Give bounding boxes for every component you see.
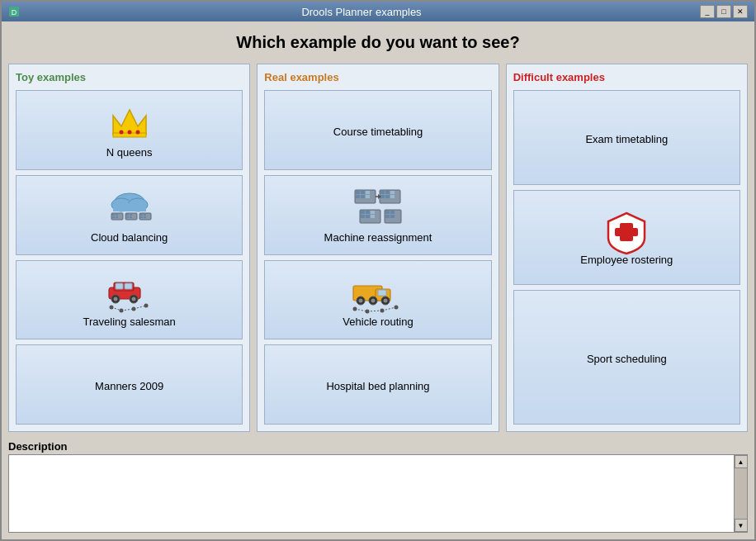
maximize-button[interactable]: □	[716, 5, 731, 18]
svg-rect-59	[366, 215, 370, 218]
machine-reassignment-button[interactable]: Machine reassignment	[264, 175, 491, 255]
svg-rect-63	[385, 211, 390, 214]
svg-rect-18	[130, 214, 132, 216]
svg-rect-25	[144, 216, 146, 218]
employee-rostering-button[interactable]: Employee rostering	[513, 190, 740, 285]
svg-rect-17	[126, 214, 129, 216]
svg-rect-66	[390, 215, 395, 218]
course-timetabling-button[interactable]: Course timetabling	[264, 90, 491, 170]
hospital-bed-planning-label: Hospital bed planning	[326, 380, 429, 392]
vehicle-routing-label: Vehicle routing	[343, 316, 413, 328]
main-content: Which example do you want to see? Toy ex…	[2, 21, 754, 539]
description-scrollbar: ▲ ▼	[734, 455, 747, 532]
title-bar: D Drools Planner examples _ □ ✕	[2, 2, 754, 21]
svg-point-6	[135, 131, 139, 135]
car-route-icon	[105, 271, 154, 312]
svg-rect-22	[140, 214, 143, 216]
vehicle-routing-icon-area	[353, 271, 403, 312]
svg-rect-20	[130, 216, 132, 218]
toy-category-title: Toy examples	[16, 71, 243, 83]
cloud-balancing-button[interactable]: Cloud balancing	[16, 175, 243, 255]
svg-rect-14	[112, 216, 115, 218]
svg-rect-52	[385, 195, 390, 198]
svg-rect-58	[361, 215, 365, 218]
svg-rect-28	[116, 283, 123, 289]
svg-rect-23	[144, 214, 146, 216]
vehicle-routing-button[interactable]: Vehicle routing	[264, 260, 491, 340]
svg-rect-45	[361, 195, 365, 198]
main-window: D Drools Planner examples _ □ ✕ Which ex…	[0, 0, 756, 541]
window-controls: _ □ ✕	[700, 5, 748, 18]
employee-rostering-icon-area	[602, 209, 651, 250]
svg-text:D: D	[12, 8, 17, 17]
svg-rect-42	[356, 191, 360, 194]
svg-rect-50	[385, 191, 390, 194]
svg-point-5	[127, 131, 131, 135]
minimize-button[interactable]: _	[700, 5, 715, 18]
scroll-down-button[interactable]: ▼	[735, 519, 748, 532]
examples-area: Toy examples N queens	[8, 64, 748, 432]
course-timetabling-label: Course timetabling	[333, 126, 423, 138]
svg-rect-12	[112, 214, 115, 216]
traveling-salesman-button[interactable]: Traveling salesman	[16, 260, 243, 340]
employee-rostering-label: Employee rostering	[580, 254, 673, 266]
n-queens-label: N queens	[106, 146, 153, 159]
toy-category: Toy examples N queens	[8, 64, 250, 432]
svg-rect-53	[390, 191, 395, 194]
svg-rect-71	[378, 290, 386, 296]
svg-rect-19	[126, 216, 129, 218]
medical-cross-icon	[602, 209, 651, 250]
machine-reassignment-label: Machine reassignment	[324, 231, 432, 244]
n-queens-icon-area	[105, 102, 154, 143]
svg-rect-49	[380, 191, 385, 194]
svg-rect-13	[116, 214, 118, 216]
crown-icon	[109, 103, 150, 140]
svg-rect-57	[366, 211, 370, 214]
servers-icon	[353, 187, 403, 228]
svg-rect-86	[615, 228, 638, 236]
description-label: Description	[8, 440, 748, 453]
hospital-bed-planning-button[interactable]: Hospital bed planning	[264, 344, 491, 425]
traveling-salesman-icon-area	[105, 271, 154, 312]
svg-point-33	[131, 297, 135, 301]
real-category: Real examples Course timetabling	[257, 64, 498, 432]
svg-rect-24	[140, 216, 143, 218]
manners-2009-button[interactable]: Manners 2009	[16, 344, 243, 425]
scroll-up-button[interactable]: ▲	[735, 455, 748, 468]
description-area: Description ▲ ▼	[8, 440, 748, 533]
manners-2009-label: Manners 2009	[95, 380, 163, 392]
svg-point-77	[384, 299, 388, 303]
description-input[interactable]	[9, 455, 734, 532]
real-category-title: Real examples	[264, 71, 491, 83]
close-button[interactable]: ✕	[733, 5, 748, 18]
svg-point-31	[113, 297, 117, 301]
n-queens-button[interactable]: N queens	[16, 90, 243, 170]
description-box: ▲ ▼	[8, 454, 748, 533]
difficult-category: Difficult examples Exam timetabling	[506, 64, 748, 432]
svg-rect-46	[366, 191, 370, 194]
svg-rect-47	[366, 195, 370, 198]
app-icon: D	[8, 6, 20, 17]
svg-rect-60	[371, 211, 375, 214]
svg-point-73	[359, 299, 363, 303]
svg-rect-10	[113, 203, 146, 211]
svg-rect-61	[371, 215, 375, 218]
svg-rect-29	[125, 283, 132, 289]
window-title: Drools Planner examples	[23, 6, 700, 18]
machine-reassignment-icon-area	[353, 187, 403, 228]
sport-scheduling-button[interactable]: Sport scheduling	[513, 290, 740, 425]
svg-rect-65	[385, 215, 390, 218]
scroll-track	[735, 468, 747, 519]
svg-rect-43	[361, 191, 365, 194]
traveling-salesman-label: Traveling salesman	[83, 316, 176, 328]
svg-line-83	[367, 311, 382, 311]
svg-rect-64	[390, 211, 395, 214]
cloud-balancing-label: Cloud balancing	[91, 231, 168, 244]
truck-route-icon	[351, 271, 404, 312]
svg-rect-54	[390, 195, 395, 198]
cloud-server-icon	[105, 187, 154, 228]
svg-point-75	[371, 299, 376, 303]
svg-rect-56	[361, 211, 365, 214]
exam-timetabling-button[interactable]: Exam timetabling	[513, 90, 740, 185]
difficult-category-title: Difficult examples	[513, 71, 740, 83]
